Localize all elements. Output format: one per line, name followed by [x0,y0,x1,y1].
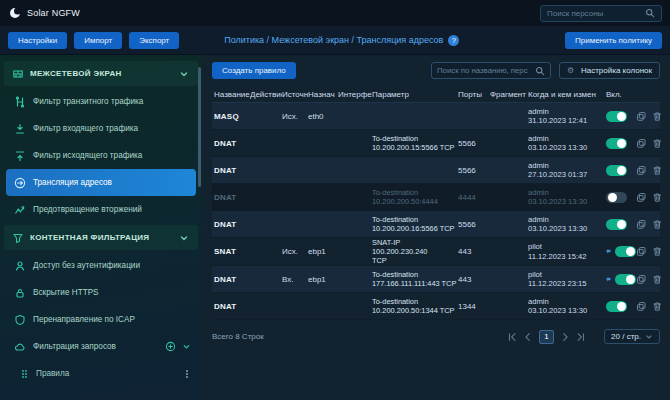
person-icon [14,260,26,272]
sidebar-item-ips[interactable]: Предотвращение вторжений [0,196,202,223]
table-row[interactable]: SNAT Исх. ebp1 SNAT-IP 100.200.230.240 T… [212,238,660,266]
delete-icon[interactable] [652,301,663,312]
col-action[interactable]: Действие [250,90,282,99]
delete-icon[interactable] [652,111,663,122]
modified-author: pilot [528,242,606,252]
chevron-down-icon[interactable] [181,341,192,352]
column-settings-button[interactable]: ⚙ Настройка колонок [559,62,660,79]
rule-port: 443 [458,275,490,284]
sidebar-item-transit-filter[interactable]: Фильтр транзитного трафика [0,88,202,115]
rule-param: To-destination 177.166.111.111:443 TCP [372,270,458,288]
rule-port: 443 [458,247,490,256]
copy-icon[interactable] [636,301,647,312]
drag-handle-icon[interactable] [20,368,29,380]
settings-button[interactable]: Настройки [8,32,67,49]
col-ports[interactable]: Порты [458,90,490,99]
col-name[interactable]: Название [214,90,250,99]
delete-icon[interactable] [652,192,663,203]
import-button[interactable]: Импорт [74,32,122,49]
sidebar-item-icap-redirect[interactable]: Перенаправление по ICAP [0,306,202,333]
sidebar-item-https-inspection[interactable]: Вскрытие HTTPS [0,279,202,306]
comment-icon[interactable] [606,274,611,285]
sidebar-scrollbar[interactable] [198,67,201,187]
plus-circle-icon[interactable] [165,341,176,352]
table-row[interactable]: DNAT To-destination 10.200.200.16:5566 T… [212,211,660,238]
col-enabled[interactable]: Вкл. [606,90,636,99]
col-param[interactable]: Параметр [372,90,458,99]
sidebar-item-incoming-filter[interactable]: Фильтр входящего трафика [0,115,202,142]
copy-icon[interactable] [636,219,647,230]
table-row[interactable]: DNAT 5566 admin 27.10.2023 01:37 [212,157,660,184]
enable-toggle[interactable] [615,246,636,257]
section-firewall[interactable]: МЕЖСЕТЕВОЙ ЭКРАН [4,61,198,86]
param-line2: 100.200.230.240 [372,247,458,256]
sidebar-item-nat[interactable]: Трансляция адресов [6,169,196,196]
prev-page-icon[interactable] [523,332,533,342]
rule-modified: admin 03.10.2023 13:30 [528,297,606,316]
sidebar-item-label: Фильтрация запросов [33,342,116,351]
page-size-select[interactable]: 20 / стр. [604,329,660,344]
rule-port: 1344 [458,302,490,311]
delete-icon[interactable] [652,274,663,285]
col-dest[interactable]: Назнач [308,90,338,99]
kebab-menu-icon[interactable] [182,369,192,379]
sidebar-item-request-filtering[interactable]: Фильтрация запросов [0,333,202,360]
first-page-icon[interactable] [507,332,517,342]
delete-icon[interactable] [652,219,663,230]
enable-toggle[interactable] [606,138,627,149]
modified-author: admin [528,134,606,144]
table-row[interactable]: DNAT To-destination 10.200.200.50:4444 4… [212,184,660,211]
rule-port: 5566 [458,220,490,229]
enable-toggle[interactable] [606,165,627,176]
create-rule-button[interactable]: Создать правило [212,62,296,79]
col-interface[interactable]: Интерфейс [338,90,372,99]
copy-icon[interactable] [636,138,647,149]
enable-toggle[interactable] [606,219,627,230]
sidebar: МЕЖСЕТЕВОЙ ЭКРАН Фильтр транзитного траф… [0,55,202,400]
rule-enabled-cell [606,274,636,285]
section-content-filtering[interactable]: КОНТЕНТНАЯ ФИЛЬТРАЦИЯ [4,225,198,250]
sidebar-item-rules[interactable]: Правила [0,360,202,387]
comment-icon[interactable] [606,246,611,257]
copy-icon[interactable] [636,274,647,285]
sidebar-item-outgoing-filter[interactable]: Фильтр исходящего трафика [0,142,202,169]
col-fragment[interactable]: Фрагмент [490,90,528,99]
enable-toggle[interactable] [606,111,627,122]
delete-icon[interactable] [652,165,663,176]
table-search[interactable] [431,62,551,79]
rule-param: To-destination 10.200.200.15:5566 TCP [372,134,458,152]
sidebar-item-no-auth-access[interactable]: Доступ без аутентификации [0,252,202,279]
copy-icon[interactable] [636,111,647,122]
enable-toggle[interactable] [615,274,636,285]
copy-icon[interactable] [636,165,647,176]
last-page-icon[interactable] [576,332,586,342]
export-button[interactable]: Экспорт [129,32,179,49]
col-source[interactable]: Источни [282,90,308,99]
apply-policy-button[interactable]: Применить политику [565,32,662,49]
col-modified[interactable]: Когда и кем измен [528,90,606,99]
shield-icon [14,314,26,326]
rule-name: DNAT [214,193,250,202]
copy-icon[interactable] [636,246,647,257]
person-search[interactable] [540,5,662,22]
nat-translation-icon [14,177,26,189]
table-row[interactable]: MASQ Исх. eth0 admin 31.10.2023 12:41 [212,103,660,130]
chevron-down-icon [645,333,653,341]
table-row[interactable]: DNAT To-destination 10.200.200.15:5566 T… [212,130,660,157]
table-row[interactable]: DNAT To-destination 10.200.200.50:1344 T… [212,293,660,320]
delete-icon[interactable] [652,138,663,149]
current-page[interactable]: 1 [539,330,554,344]
breadcrumb[interactable]: Политика / Межсетевой экран / Трансляция… [224,35,443,45]
next-page-icon[interactable] [560,332,570,342]
copy-icon[interactable] [636,192,647,203]
enable-toggle[interactable] [606,192,627,203]
table-row[interactable]: DNAT Вх. ebp1 To-destination 177.166.111… [212,266,660,293]
sidebar-item-label: Доступ без аутентификации [33,261,140,270]
person-search-input[interactable] [547,9,641,18]
chevron-down-icon [178,68,190,80]
table-search-input[interactable] [437,66,532,75]
delete-icon[interactable] [652,246,663,257]
content: Создать правило ⚙ Настройка колонок Назв… [202,55,670,400]
enable-toggle[interactable] [606,301,627,312]
help-icon[interactable]: ? [448,35,459,46]
